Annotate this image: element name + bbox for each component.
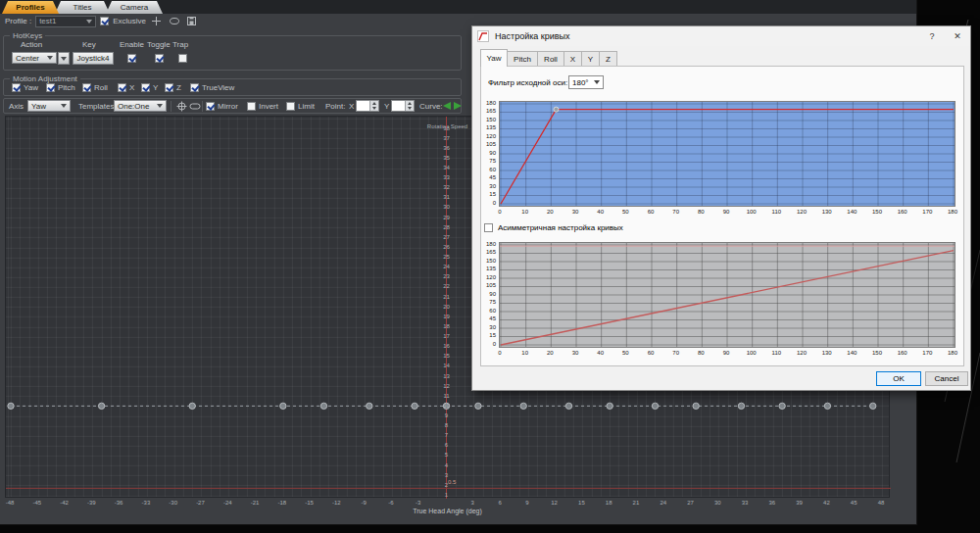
help-button[interactable]: ?	[919, 26, 945, 46]
x-tick-label: 90	[717, 350, 735, 356]
separator	[171, 101, 172, 112]
mirror-curve-chart[interactable]	[499, 242, 956, 348]
limit-label: Limit	[298, 102, 315, 111]
x-tick-label: -36	[109, 500, 128, 506]
toggle-checkbox[interactable]	[155, 54, 164, 63]
pitch-checkbox[interactable]	[46, 83, 55, 92]
key-capture-button[interactable]: Joystick4	[73, 52, 114, 65]
dialog-tab-roll[interactable]: Roll	[537, 51, 564, 67]
action-select[interactable]: Center	[12, 52, 57, 64]
y-tick-label: 165	[486, 249, 496, 255]
x-tick-label: 100	[743, 209, 760, 215]
templates-select[interactable]: One:One	[114, 100, 167, 112]
y-tick-label: 45	[489, 174, 496, 180]
cancel-button[interactable]: Cancel	[925, 371, 968, 386]
y-tick-label: 90	[489, 150, 496, 156]
center-crosshair-icon[interactable]	[174, 100, 188, 113]
asymmetric-checkbox[interactable]	[484, 223, 493, 232]
trap-checkbox[interactable]	[178, 54, 187, 63]
axis-select[interactable]: Yaw	[27, 100, 71, 112]
point-x-label: X	[349, 102, 354, 111]
x-checkbox[interactable]	[118, 83, 126, 92]
y-tick-label: 120	[486, 274, 496, 280]
point-x-spinner[interactable]	[356, 100, 379, 112]
motion-adjustment-title: Motion Adjustment	[10, 74, 80, 83]
y-checkbox[interactable]	[141, 83, 150, 92]
x-axis-title: True Head Angle (deg)	[5, 508, 890, 514]
x-tick-label: 10	[516, 209, 534, 215]
dialog-titlebar[interactable]: Настройка кривых ? ✕	[472, 26, 970, 46]
x-tick-label: 40	[592, 350, 610, 356]
z-checkbox[interactable]	[165, 83, 173, 92]
x-tick-label: 110	[767, 350, 785, 356]
axis-label: Axis	[9, 102, 24, 111]
x-tick-label: 60	[642, 350, 660, 356]
curve-next-arrow-icon[interactable]	[454, 102, 462, 110]
exclusive-checkbox[interactable]	[100, 17, 109, 25]
x-tick-label: -6	[381, 500, 401, 506]
x-tick-label: 140	[843, 209, 860, 215]
move-profile-icon[interactable]	[150, 15, 164, 27]
capsule-icon[interactable]	[188, 100, 202, 113]
close-button[interactable]: ✕	[945, 26, 970, 46]
roll-checkbox[interactable]	[82, 83, 91, 92]
x-tick-label: 150	[868, 350, 886, 356]
y-tick-label: 60	[489, 167, 496, 172]
desktop: Profiles Titles Camera Profile : test1 E…	[0, 0, 980, 533]
chevron-down-icon	[594, 80, 600, 84]
enable-checkbox[interactable]	[127, 54, 136, 63]
yaw-checkbox[interactable]	[12, 83, 21, 92]
y-tick-label: 75	[489, 158, 496, 164]
tab-profiles[interactable]: Profiles	[2, 1, 59, 14]
x-tick-label: 48	[871, 500, 891, 506]
x-tick-label: 42	[816, 500, 836, 506]
x-tick-label: 140	[843, 350, 860, 356]
x-tick-label: 21	[626, 500, 646, 506]
action-more-button[interactable]	[58, 52, 70, 65]
ellipse-icon[interactable]	[168, 15, 181, 27]
tab-titles[interactable]: Titles	[55, 1, 110, 14]
mirror-checkbox[interactable]	[206, 102, 215, 111]
dialog-tab-bar: Yaw Pitch Roll X Y Z	[480, 49, 616, 67]
x-tick-label: 40	[592, 209, 610, 215]
x-tick-label: -48	[0, 500, 20, 506]
x-tick-label: 30	[708, 500, 727, 506]
dialog-tab-y[interactable]: Y	[581, 51, 600, 67]
dialog-tab-pitch[interactable]: Pitch	[507, 51, 538, 67]
x-tick-label: 60	[642, 209, 660, 215]
curve-prev-arrow-icon[interactable]	[443, 102, 451, 110]
profile-select[interactable]: test1	[35, 16, 96, 27]
limit-checkbox[interactable]	[286, 102, 295, 111]
ok-button[interactable]: OK	[876, 371, 921, 386]
filter-select[interactable]: 180°	[568, 75, 604, 89]
dialog-tab-yaw[interactable]: Yaw	[480, 49, 508, 67]
x-tick-label: 130	[818, 209, 836, 215]
y-label: Y	[153, 83, 158, 92]
yaw-curve-plot[interactable]	[500, 102, 955, 206]
axis-value: Yaw	[31, 102, 46, 111]
save-icon[interactable]	[185, 15, 199, 27]
profile-value: test1	[39, 17, 56, 25]
toggle-label: Toggle	[147, 40, 171, 49]
curve-label: Curve:	[419, 102, 443, 111]
x-tick-label: 45	[844, 500, 863, 506]
dialog-tab-z[interactable]: Z	[599, 51, 617, 67]
mirror-curve-plot[interactable]	[500, 243, 955, 347]
x-tick-label: -33	[136, 500, 156, 506]
action-value: Center	[16, 54, 39, 63]
x-tick-label: -30	[164, 500, 183, 506]
chevron-down-icon	[157, 104, 163, 108]
x-tick-label: 0	[491, 209, 509, 215]
window-tab-bar: Profiles Titles Camera	[0, 0, 916, 14]
x-tick-label: 80	[692, 209, 710, 215]
yaw-curve-chart[interactable]	[499, 101, 956, 207]
x-tick-label: 50	[616, 350, 634, 356]
x-tick-label: 39	[790, 500, 809, 506]
x-tick-label: 18	[599, 500, 618, 506]
x-tick-label: -9	[354, 500, 373, 506]
dialog-tab-x[interactable]: X	[564, 51, 582, 67]
tab-camera[interactable]: Camera	[106, 1, 163, 14]
point-y-spinner[interactable]	[391, 100, 415, 112]
invert-checkbox[interactable]	[247, 102, 256, 111]
trueview-checkbox[interactable]	[190, 83, 199, 92]
